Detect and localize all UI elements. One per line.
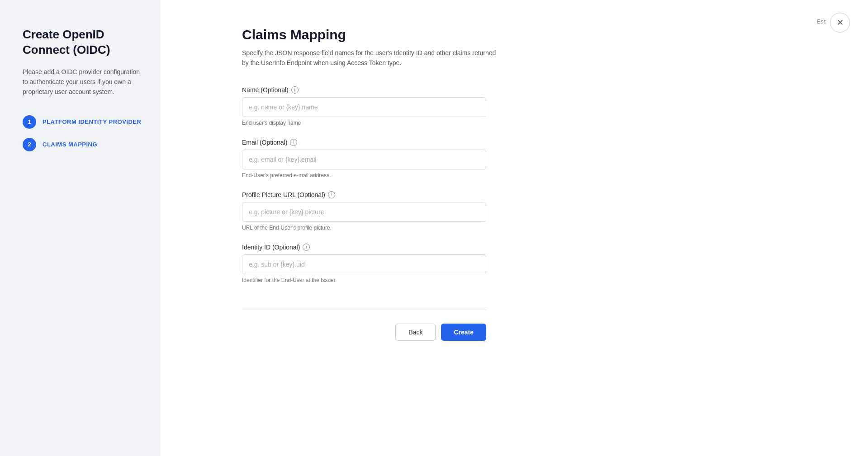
back-button[interactable]: Back [395, 324, 436, 341]
info-icon-identity-id[interactable]: i [303, 244, 310, 251]
field-group-profile-picture: Profile Picture URL (Optional) i URL of … [242, 191, 741, 231]
close-button[interactable]: ✕ [830, 13, 850, 33]
main-content: ✕ Esc Claims Mapping Specify the JSON re… [161, 0, 868, 456]
field-group-name: Name (Optional) i End user's display nam… [242, 86, 741, 126]
field-hint-profile-picture: URL of the End-User's profile picture. [242, 225, 741, 231]
step-item-1[interactable]: 1 PLATFORM IDENTITY PROVIDER [23, 115, 142, 129]
footer-actions: Back Create [242, 324, 486, 341]
identity-id-input[interactable] [242, 254, 486, 274]
step-badge-2: 2 [23, 138, 36, 151]
info-icon-profile-picture[interactable]: i [328, 191, 335, 198]
sidebar: Create OpenID Connect (OIDC) Please add … [0, 0, 161, 456]
info-icon-name[interactable]: i [291, 86, 299, 94]
email-input[interactable] [242, 150, 486, 169]
field-group-identity-id: Identity ID (Optional) i Identifier for … [242, 244, 741, 283]
step-badge-1: 1 [23, 115, 36, 129]
sidebar-title: Create OpenID Connect (OIDC) [23, 27, 142, 58]
create-button[interactable]: Create [441, 324, 486, 341]
field-group-email: Email (Optional) i End-User's preferred … [242, 139, 741, 179]
step-label-1: PLATFORM IDENTITY PROVIDER [43, 118, 141, 125]
field-hint-email: End-User's preferred e-mail address. [242, 172, 741, 179]
sidebar-description: Please add a OIDC provider configuration… [23, 67, 142, 97]
profile-picture-input[interactable] [242, 202, 486, 222]
page-title: Claims Mapping [242, 27, 741, 42]
field-hint-identity-id: Identifier for the End-User at the Issue… [242, 277, 741, 283]
info-icon-email[interactable]: i [290, 139, 297, 146]
divider [242, 310, 486, 310]
steps-list: 1 PLATFORM IDENTITY PROVIDER 2 CLAIMS MA… [23, 115, 142, 151]
field-label-name: Name (Optional) i [242, 86, 741, 94]
page-subtitle: Specify the JSON response field names fo… [242, 48, 504, 68]
step-label-2: CLAIMS MAPPING [43, 141, 97, 148]
field-label-profile-picture: Profile Picture URL (Optional) i [242, 191, 741, 198]
field-label-email: Email (Optional) i [242, 139, 741, 146]
field-hint-name: End user's display name [242, 120, 741, 126]
esc-label: Esc [816, 18, 826, 25]
field-label-identity-id: Identity ID (Optional) i [242, 244, 741, 251]
name-input[interactable] [242, 97, 486, 117]
step-item-2[interactable]: 2 CLAIMS MAPPING [23, 138, 142, 151]
